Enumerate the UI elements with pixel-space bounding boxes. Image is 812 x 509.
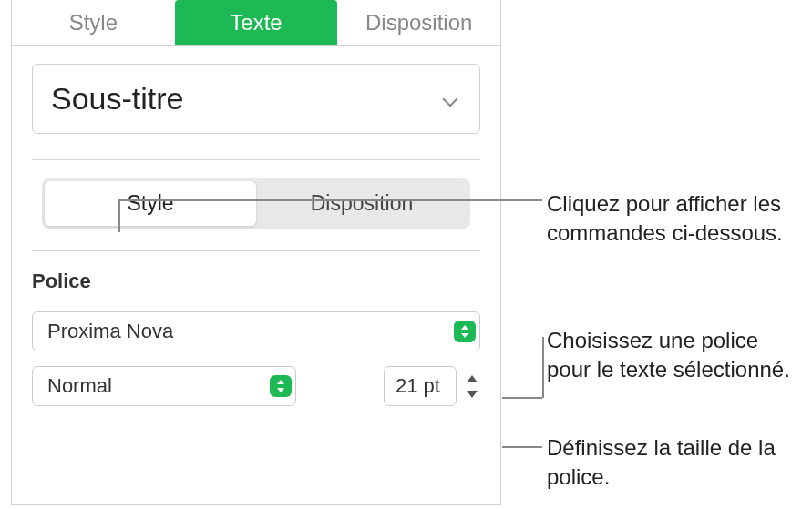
callout-line [118, 199, 542, 201]
tab-disposition[interactable]: Disposition [337, 0, 500, 45]
paragraph-style-dropdown[interactable]: Sous-titre [32, 64, 480, 134]
tab-texte[interactable]: Texte [175, 0, 338, 45]
callout-line [502, 446, 542, 448]
annotation-font-size: Définissez la taille de la police. [547, 433, 802, 493]
tab-style[interactable]: Style [12, 0, 175, 45]
callout-line [502, 397, 542, 399]
divider [32, 159, 480, 160]
paragraph-style-label: Sous-titre [51, 81, 184, 117]
annotation-segmented: Cliquez pour afficher les commandes ci-d… [547, 189, 802, 249]
font-size-input[interactable]: 21 pt [384, 366, 457, 406]
font-section-label: Police [32, 270, 480, 293]
stepper-up-button[interactable] [464, 372, 480, 385]
font-weight-dropdown[interactable]: Normal [32, 366, 296, 406]
inspector-top-tabs: Style Texte Disposition [12, 0, 500, 46]
font-weight-value: Normal [47, 374, 112, 398]
chevron-down-icon [443, 94, 461, 105]
callout-line [542, 337, 544, 398]
popup-arrows-icon [454, 321, 476, 342]
format-inspector-panel: Style Texte Disposition Sous-titre Style… [11, 0, 501, 505]
font-family-dropdown[interactable]: Proxima Nova [32, 311, 480, 351]
callout-line [118, 199, 120, 232]
divider [32, 250, 480, 251]
inspector-content: Sous-titre Style Disposition Police Prox… [12, 46, 500, 424]
stepper-down-button[interactable] [464, 388, 480, 401]
segment-style[interactable]: Style [45, 181, 256, 226]
segment-disposition[interactable]: Disposition [256, 181, 468, 226]
font-row-2: Normal 21 pt [32, 366, 480, 406]
font-size-field: 21 pt [384, 366, 480, 406]
popup-arrows-icon [270, 375, 292, 397]
annotation-font-family: Choisissez une police pour le texte séle… [547, 326, 802, 385]
font-size-stepper [464, 372, 480, 401]
text-subtabs-segmented: Style Disposition [42, 178, 470, 229]
font-family-value: Proxima Nova [47, 320, 173, 343]
